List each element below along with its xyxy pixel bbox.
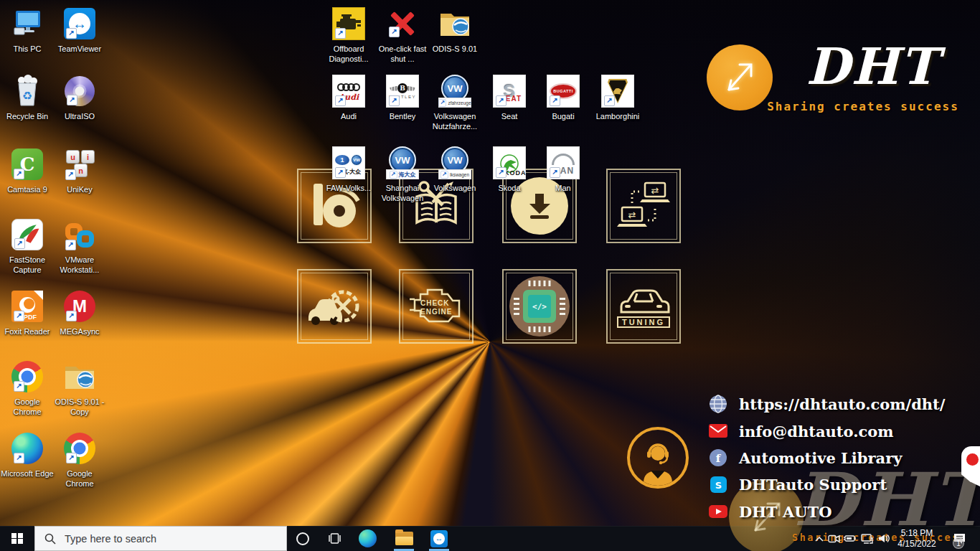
notification-badge: 1 xyxy=(953,537,964,549)
skype-icon: S xyxy=(709,476,727,493)
desktop-icon-seat[interactable]: S EAT ↗ Seat xyxy=(482,72,537,121)
desktop-icon-label: Volkswagen xyxy=(434,183,476,193)
shortcut-arrow-icon: ↗ xyxy=(496,95,507,106)
check-engine-text-line1: CHECK xyxy=(420,299,452,308)
taskbar-search[interactable] xyxy=(34,526,287,551)
shortcut-arrow-icon: ↗ xyxy=(440,171,448,179)
svg-text:⇄: ⇄ xyxy=(651,185,659,196)
desktop-icon-one-click[interactable]: ↗ One-click fast shut ... xyxy=(375,4,430,64)
taskbar-file-explorer-button[interactable] xyxy=(388,526,420,551)
desktop-icon-bentley[interactable]: B BENTLEY ↗ Bentley xyxy=(375,72,430,121)
shortcut-arrow-icon: ↗ xyxy=(66,453,77,463)
desktop-icon-label: Shanghai Volkswagen xyxy=(375,183,430,203)
task-view-button[interactable] xyxy=(319,526,350,551)
desktop-icon-recycle-bin[interactable]: ♻ Recycle Bin xyxy=(0,72,55,121)
support-agent-icon xyxy=(627,427,689,489)
desktop-icon-audi[interactable]: Audi ↗ Audi xyxy=(321,72,376,121)
desktop-icon-offboard[interactable]: ↗ Offboard Diagnosti... xyxy=(321,4,376,64)
tray-volume-button[interactable] xyxy=(875,526,892,551)
desktop-icon-chrome[interactable]: ↗ Google Chrome xyxy=(0,357,55,417)
desktop-icon-label: MEGAsync xyxy=(60,326,99,336)
edge-icon xyxy=(359,529,377,547)
vw-roundel-icon: VW ↗zfahrzeuge xyxy=(428,72,482,110)
svg-text:♻: ♻ xyxy=(22,89,32,103)
network-icon xyxy=(861,534,873,544)
audi-icon: Audi ↗ xyxy=(321,72,376,110)
odis-folder-icon xyxy=(428,4,482,43)
windows-logo-icon xyxy=(11,533,23,545)
desktop-icon-odis-copy[interactable]: ODIS-S 9.01 - Copy xyxy=(52,357,107,417)
tuning-label: TUNING xyxy=(617,316,670,328)
desktop-icon-foxit[interactable]: PDF ↗ Foxit Reader xyxy=(0,287,55,336)
desktop-icon-man[interactable]: MAN ↗ Man xyxy=(536,143,590,193)
clock-time: 5:18 PM xyxy=(901,528,933,539)
cortana-button[interactable] xyxy=(287,526,319,551)
contact-row-facebook: f Automotive Library xyxy=(709,447,902,468)
odis-folder-icon xyxy=(52,357,107,396)
shortcut-arrow-icon: ↗ xyxy=(67,95,77,105)
desktop-icon-bugatti[interactable]: BUGATTI ↗ Bugati xyxy=(536,72,590,121)
tray-meet-now-button[interactable] xyxy=(825,526,842,551)
contact-row-website: https://dhtauto.com/dht/ xyxy=(709,393,945,415)
red-x-icon: ↗ xyxy=(375,4,430,43)
email-icon xyxy=(709,424,727,438)
desktop-icon-chrome-2[interactable]: ↗ Google Chrome xyxy=(52,429,107,489)
contact-row-youtube: DHT AUTO xyxy=(709,501,832,522)
contact-block: https://dhtauto.com/dht/ info@dhtauto.co… xyxy=(709,393,980,527)
desktop-icon-vw-nutzfahrzeuge[interactable]: VW ↗zfahrzeuge Volkswagen Nutzfahrze... xyxy=(428,72,482,131)
desktop-icon-label: Foxit Reader xyxy=(5,326,50,336)
desktop-icon-faw-volkswagen[interactable]: 1 VW 一汽-大众 ↗ FAW-Volks... xyxy=(321,143,376,193)
search-input[interactable] xyxy=(63,532,253,545)
desktop-icon-camtasia[interactable]: C↗ Camtasia 9 xyxy=(0,145,55,194)
seat-icon: S EAT ↗ xyxy=(482,72,537,110)
teamviewer-icon: ↔↗ xyxy=(52,4,107,43)
desktop-icon-this-pc[interactable]: This PC xyxy=(0,4,55,54)
desktop-icon-label: Lamborghini xyxy=(596,111,640,121)
taskbar-teamviewer-button[interactable]: ↔ xyxy=(423,526,455,551)
car-tuning-icon: TUNING xyxy=(616,285,672,328)
unikey-icon: u i n ↗ xyxy=(52,145,107,184)
globe-icon xyxy=(709,395,727,413)
desktop-icon-unikey[interactable]: u i n ↗ UniKey xyxy=(52,145,107,194)
task-view-icon xyxy=(329,533,341,544)
desktop-icon-faststone[interactable]: ↗ FastStone Capture xyxy=(0,215,55,275)
chrome-icon: ↗ xyxy=(0,357,55,396)
desktop-icon-skoda[interactable]: KODA ↗ Skoda xyxy=(482,143,537,193)
taskbar-edge-button[interactable] xyxy=(352,526,383,551)
desktop-icon-label: Bentley xyxy=(390,111,416,121)
record-dot-icon xyxy=(966,453,979,466)
desktop-icon-label: Google Chrome xyxy=(52,468,107,489)
recycle-bin-icon: ♻ xyxy=(0,72,55,110)
desktop-icon-vmware[interactable]: ↗ VMware Workstati... xyxy=(52,215,107,275)
shortcut-arrow-icon: ↗ xyxy=(14,453,24,463)
chip-icon: </> xyxy=(509,276,570,336)
desktop-icon-label: Camtasia 9 xyxy=(7,184,47,194)
desktop-icon-ultraiso[interactable]: ↗ UltraISO xyxy=(52,72,107,121)
shortcut-arrow-icon: ↗ xyxy=(438,99,446,107)
email-address: info@dhtauto.com xyxy=(739,423,893,441)
desktop-icon-label: Microsoft Edge xyxy=(1,468,53,479)
shortcut-arrow-icon: ↗ xyxy=(550,95,560,106)
desktop-icon-volkswagen[interactable]: VW ↗lkswagen Volkswagen xyxy=(428,143,482,193)
facebook-name: Automotive Library xyxy=(739,449,902,467)
wallpaper-check-engine-frame: CHECK ENGINE xyxy=(399,269,473,344)
desktop-icon-lamborghini[interactable]: ↗ Lamborghini xyxy=(590,72,645,121)
taskbar-clock[interactable]: 5:18 PM 4/15/2022 xyxy=(894,526,940,551)
tray-network-button[interactable] xyxy=(858,526,875,551)
desktop-icon-teamviewer[interactable]: ↔↗ TeamViewer xyxy=(52,4,107,54)
bentley-icon: B BENTLEY ↗ xyxy=(375,72,430,110)
desktop-icon-edge[interactable]: ↗ Microsoft Edge xyxy=(0,429,55,479)
tray-battery-button[interactable] xyxy=(841,526,858,551)
shortcut-arrow-icon: ↗ xyxy=(66,28,77,39)
desktop-icon-megasync[interactable]: M↗ MEGAsync xyxy=(52,287,107,336)
start-button[interactable] xyxy=(0,526,34,551)
desktop-icon-label: Seat xyxy=(501,111,518,121)
check-engine-icon: CHECK ENGINE xyxy=(404,283,468,329)
shortcut-arrow-icon: ↗ xyxy=(335,28,346,39)
shortcut-arrow-icon: ↗ xyxy=(389,95,400,106)
desktop-icon-label: TeamViewer xyxy=(58,44,101,54)
desktop-icon-odis[interactable]: ODIS-S 9.01 xyxy=(428,4,482,54)
megasync-icon: M↗ xyxy=(52,287,107,326)
man-icon: MAN ↗ xyxy=(536,143,590,182)
desktop-icon-shanghai-volkswagen[interactable]: VW ↗海大众 Shanghai Volkswagen xyxy=(375,143,430,203)
